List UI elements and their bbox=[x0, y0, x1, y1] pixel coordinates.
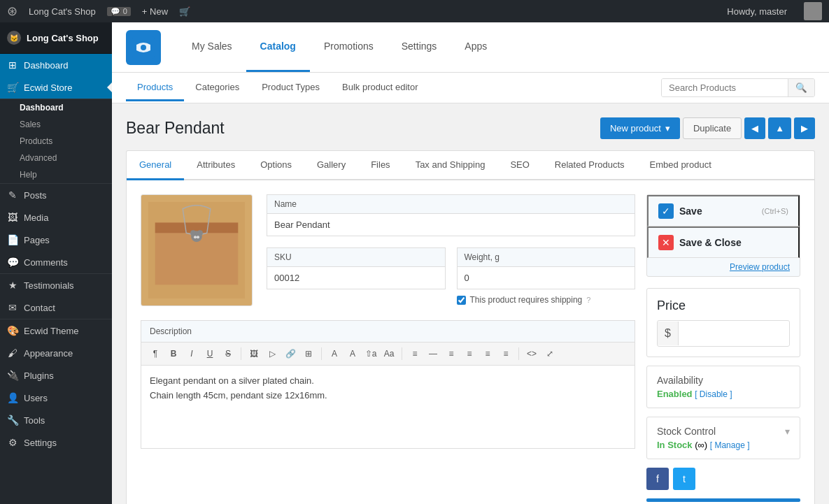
sidebar-pages-item[interactable]: 📄 Pages bbox=[0, 229, 112, 251]
site-name[interactable]: Long Cat's Shop bbox=[29, 6, 96, 17]
search-input[interactable] bbox=[662, 79, 788, 96]
tab-embed-product[interactable]: Embed product bbox=[637, 151, 724, 180]
toolbar-indent[interactable]: ≡ bbox=[479, 345, 496, 362]
sidebar-posts-label: Posts bbox=[24, 190, 47, 201]
name-input[interactable] bbox=[267, 213, 635, 236]
sidebar-sub-sales[interactable]: Sales bbox=[0, 116, 112, 133]
sidebar-ecwid-store-item[interactable]: 🛒 Ecwid Store bbox=[0, 76, 112, 99]
tab-gallery[interactable]: Gallery bbox=[304, 151, 358, 180]
comment-count[interactable]: 💬 0 bbox=[107, 7, 131, 16]
toolbar-media[interactable]: ▷ bbox=[264, 345, 281, 362]
availability-status: Enabled [ Disable ] bbox=[657, 389, 790, 399]
toolbar-strikethrough[interactable]: S bbox=[220, 345, 236, 362]
toolbar-image[interactable]: 🖼 bbox=[246, 345, 262, 362]
twitter-share-button[interactable]: t bbox=[673, 468, 695, 490]
ecwid-store-header: My Sales Catalog Promotions Settings App… bbox=[112, 22, 829, 73]
tab-attributes[interactable]: Attributes bbox=[184, 151, 248, 180]
sidebar-settings-item[interactable]: ⚙ Settings bbox=[0, 431, 112, 454]
sidebar-testimonials-item[interactable]: ★ Testimonials bbox=[0, 274, 112, 296]
tab-bulk-editor[interactable]: Bulk product editor bbox=[331, 75, 429, 101]
nav-catalog[interactable]: Catalog bbox=[246, 22, 310, 72]
sidebar-sub-products[interactable]: Products bbox=[0, 133, 112, 150]
wp-logo-icon: ⊛ bbox=[7, 3, 17, 19]
tab-files[interactable]: Files bbox=[358, 151, 402, 180]
toolbar-table[interactable]: ⊞ bbox=[300, 345, 317, 362]
nav-settings[interactable]: Settings bbox=[388, 22, 451, 72]
availability-action[interactable]: [ Disable ] bbox=[695, 389, 732, 399]
sidebar-comments-item[interactable]: 💬 Comments bbox=[0, 251, 112, 273]
user-avatar[interactable] bbox=[804, 2, 822, 20]
new-product-button[interactable]: New product ▾ bbox=[600, 117, 680, 139]
duplicate-button[interactable]: Duplicate bbox=[683, 117, 742, 139]
tab-product-types[interactable]: Product Types bbox=[250, 75, 331, 101]
weight-label: Weight, g bbox=[457, 247, 636, 266]
tab-tax-shipping[interactable]: Tax and Shipping bbox=[403, 151, 498, 180]
sidebar-sub-advanced[interactable]: Advanced bbox=[0, 150, 112, 166]
toolbar-bold[interactable]: B bbox=[165, 345, 182, 362]
toolbar-underline[interactable]: U bbox=[201, 345, 218, 362]
stock-in-status: In Stock bbox=[657, 440, 693, 450]
sidebar: 🐱 Long Cat's Shop ⊞ Dashboard 🛒 Ecwid St… bbox=[0, 22, 112, 504]
sidebar-posts-item[interactable]: ✎ Posts bbox=[0, 184, 112, 206]
tab-seo[interactable]: SEO bbox=[497, 151, 541, 180]
stock-control-box: Stock Control In Stock (∞) [ Manage ] ▾ bbox=[646, 417, 800, 459]
sidebar-ecwid-theme-item[interactable]: 🎨 Ecwid Theme bbox=[0, 319, 112, 342]
tab-options[interactable]: Options bbox=[248, 151, 304, 180]
sidebar-sub-dashboard[interactable]: Dashboard bbox=[0, 99, 112, 116]
nav-my-sales[interactable]: My Sales bbox=[178, 22, 246, 72]
prev-product-button[interactable]: ◀ bbox=[744, 117, 765, 139]
product-form: Name SKU Weight, g bbox=[141, 194, 635, 502]
facebook-share-button[interactable]: f bbox=[646, 468, 669, 490]
tab-related-products[interactable]: Related Products bbox=[542, 151, 637, 180]
toolbar-font-color[interactable]: A bbox=[326, 345, 343, 362]
toolbar-superscript[interactable]: ⇧a bbox=[362, 345, 379, 362]
toolbar-link[interactable]: 🔗 bbox=[282, 345, 299, 362]
product-image[interactable] bbox=[141, 194, 253, 306]
nav-promotions[interactable]: Promotions bbox=[310, 22, 388, 72]
sidebar-logo[interactable]: 🐱 Long Cat's Shop bbox=[0, 22, 112, 54]
sidebar-appearance-item[interactable]: 🖌 Appearance bbox=[0, 342, 112, 364]
sidebar-contact-item[interactable]: ✉ Contact bbox=[0, 296, 112, 319]
stock-manage-link[interactable]: [ Manage ] bbox=[710, 440, 750, 450]
new-product-dropdown-icon: ▾ bbox=[665, 123, 670, 134]
description-toolbar: ¶ B I U S 🖼 ▷ 🔗 ⊞ A A bbox=[141, 342, 635, 365]
toolbar-fullscreen[interactable]: ⤢ bbox=[541, 345, 558, 362]
toolbar-italic[interactable]: I bbox=[183, 345, 200, 362]
tab-products[interactable]: Products bbox=[126, 75, 184, 101]
new-button[interactable]: + New bbox=[142, 6, 168, 17]
tab-categories[interactable]: Categories bbox=[184, 75, 250, 101]
next-product-button[interactable]: ▶ bbox=[794, 117, 815, 139]
sidebar-sub-help[interactable]: Help bbox=[0, 166, 112, 183]
sidebar-dashboard-item[interactable]: ⊞ Dashboard bbox=[0, 54, 112, 76]
tab-general[interactable]: General bbox=[127, 151, 184, 180]
toolbar-font-size[interactable]: Aa bbox=[381, 345, 397, 362]
toolbar-paragraph[interactable]: ¶ bbox=[147, 345, 164, 362]
toolbar-font-bg[interactable]: A bbox=[344, 345, 361, 362]
toolbar-source[interactable]: <> bbox=[523, 345, 540, 362]
price-input[interactable] bbox=[679, 322, 790, 345]
nav-apps[interactable]: Apps bbox=[451, 22, 501, 72]
toolbar-ol[interactable]: ≡ bbox=[461, 345, 478, 362]
toolbar-align-left[interactable]: ≡ bbox=[406, 345, 423, 362]
toolbar-outdent[interactable]: ≡ bbox=[497, 345, 514, 362]
stock-expand-icon[interactable]: ▾ bbox=[785, 426, 790, 437]
sidebar-tools-item[interactable]: 🔧 Tools bbox=[0, 409, 112, 431]
description-content[interactable]: Elegant pendant on a silver plated chain… bbox=[141, 365, 635, 449]
sidebar-plugins-item[interactable]: 🔌 Plugins bbox=[0, 364, 112, 387]
preview-product-link[interactable]: Preview product bbox=[647, 258, 800, 276]
sidebar-media-item[interactable]: 🖼 Media bbox=[0, 206, 112, 229]
shipping-check-row: This product requires shipping ? bbox=[457, 295, 636, 305]
shipping-help-icon[interactable]: ? bbox=[586, 296, 590, 304]
up-product-button[interactable]: ▲ bbox=[768, 117, 791, 139]
sidebar-users-item[interactable]: 👤 Users bbox=[0, 387, 112, 409]
weight-input[interactable] bbox=[457, 266, 636, 289]
shipping-checkbox[interactable] bbox=[457, 296, 466, 305]
toolbar-hr[interactable]: — bbox=[425, 345, 441, 362]
toolbar-ul[interactable]: ≡ bbox=[443, 345, 460, 362]
cart-icon[interactable]: 🛒 bbox=[179, 6, 190, 17]
search-button[interactable]: 🔍 bbox=[788, 79, 814, 96]
description-section: Description ¶ B I U S 🖼 ▷ 🔗 ⊞ bbox=[141, 320, 635, 449]
save-button[interactable]: ✓ Save (Ctrl+S) bbox=[647, 195, 800, 226]
sku-input[interactable] bbox=[267, 266, 446, 289]
save-close-button[interactable]: ✕ Save & Close bbox=[647, 226, 800, 258]
